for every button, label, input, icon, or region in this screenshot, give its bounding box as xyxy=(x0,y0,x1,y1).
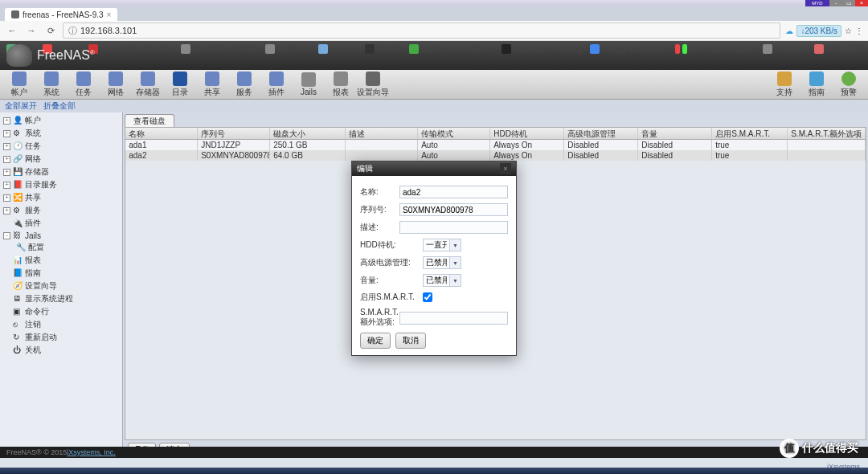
tree-logout[interactable]: ⎋注销 xyxy=(0,318,122,331)
tree-storage[interactable]: +💾存储器 xyxy=(0,165,122,178)
tree-network[interactable]: +🔗网络 xyxy=(0,153,122,165)
tool-sharing[interactable]: 共享 xyxy=(196,72,228,98)
tool-system[interactable]: 系统 xyxy=(35,72,68,98)
expand-icon[interactable]: + xyxy=(3,143,10,150)
collapse-icon[interactable]: - xyxy=(3,232,10,239)
tree-account[interactable]: +👤帐户 xyxy=(0,114,122,127)
tool-wizard[interactable]: 设置向导 xyxy=(357,72,389,98)
bookmark-item[interactable]: WikiDevi xyxy=(763,44,806,54)
window-minimize[interactable]: - xyxy=(829,0,842,6)
col-acoustic[interactable]: 音量 xyxy=(638,128,712,139)
ok-button[interactable]: 确定 xyxy=(360,333,391,349)
back-button[interactable]: ← xyxy=(5,23,19,38)
tab-close-icon[interactable]: × xyxy=(107,10,112,19)
tree-system[interactable]: +⚙系统 xyxy=(0,127,122,140)
browser-tab[interactable]: freenas - FreeNAS-9.3 × xyxy=(5,8,117,21)
tool-support[interactable]: 支持 xyxy=(768,72,800,98)
tree-dirservice[interactable]: +📕目录服务 xyxy=(0,178,122,191)
checkbox-smart[interactable] xyxy=(423,292,432,302)
expand-icon[interactable]: + xyxy=(3,182,10,189)
bookmark-item[interactable]: 数字化平台手机版 xyxy=(181,43,257,55)
tree-report[interactable]: 📊报表 xyxy=(0,254,122,267)
os-taskbar[interactable] xyxy=(0,468,868,474)
tool-guide[interactable]: 指南 xyxy=(800,72,833,98)
table-row[interactable]: ada2S0XMNYAD80097864.0 GBAutoAlways OnDi… xyxy=(125,150,866,161)
expand-icon[interactable]: + xyxy=(3,156,10,163)
expand-icon[interactable]: + xyxy=(3,194,10,202)
collapse-all-link[interactable]: 折叠全部 xyxy=(43,100,76,112)
bookmark-item[interactable]: C#技术 xyxy=(318,43,357,55)
window-maximize[interactable]: ▭ xyxy=(842,0,855,6)
table-row[interactable]: ada1JND1JZZP250.1 GBAutoAlways OnDisable… xyxy=(125,140,866,150)
tool-jails[interactable]: Jails xyxy=(293,72,325,96)
bookmark-item[interactable]: 全国大学生英语四六 xyxy=(409,43,493,55)
tool-directory[interactable]: 目录 xyxy=(164,72,196,98)
address-bar: ← → ⟳ ⓘ 192.168.3.101 ☁ ↓203 KB/s ☆ ⋮ xyxy=(0,21,868,41)
tab-view-disks[interactable]: 查看磁盘 xyxy=(125,114,174,127)
window-close[interactable]: × xyxy=(855,0,868,6)
reload-button[interactable]: ⟳ xyxy=(43,23,58,38)
bookmark-item[interactable]: Google Code Arch xyxy=(590,44,668,54)
tool-services[interactable]: 服务 xyxy=(228,72,260,98)
tree-reboot[interactable]: ↻重新启动 xyxy=(0,331,122,344)
input-serial[interactable] xyxy=(399,203,508,216)
chevron-down-icon[interactable]: ▼ xyxy=(450,274,461,287)
chart-icon: 📊 xyxy=(13,255,23,265)
input-name[interactable] xyxy=(399,186,508,198)
expand-icon[interactable]: + xyxy=(3,169,10,176)
tool-tasks[interactable]: 任务 xyxy=(68,72,100,98)
tree-jails-config[interactable]: 🔧配置 xyxy=(0,241,122,254)
tool-account[interactable]: 帐户 xyxy=(3,72,35,98)
tree-processes[interactable]: 🖥显示系统进程 xyxy=(0,292,122,305)
col-desc[interactable]: 描述 xyxy=(346,128,418,139)
dialog-titlebar[interactable]: 编辑 × xyxy=(352,161,516,176)
expand-all-link[interactable]: 全部展开 xyxy=(5,100,37,112)
tree-tasks[interactable]: +🕐任务 xyxy=(0,140,122,153)
col-smart[interactable]: 启用S.M.A.R.T. xyxy=(712,128,788,139)
tree-sharing[interactable]: +🔀共享 xyxy=(0,191,122,204)
dialog-close-button[interactable]: × xyxy=(500,163,511,174)
star-icon[interactable]: ☆ xyxy=(845,27,852,35)
col-name[interactable]: 名称 xyxy=(125,128,198,139)
chevron-down-icon[interactable]: ▼ xyxy=(450,239,461,251)
expand-icon[interactable]: + xyxy=(3,130,10,137)
tool-storage[interactable]: 存储器 xyxy=(132,72,164,98)
url-input[interactable]: ⓘ 192.168.3.101 xyxy=(63,22,780,39)
expand-icon[interactable]: + xyxy=(3,207,10,215)
menu-icon[interactable]: ⋮ xyxy=(855,27,863,35)
col-serial[interactable]: 序列号 xyxy=(198,128,270,139)
cloud-icon[interactable]: ☁ xyxy=(785,27,793,35)
bookmark-item[interactable]: 愛您啦BT下载 xyxy=(814,43,868,55)
bookmark-item[interactable]: NAS技术 xyxy=(265,43,310,55)
forward-button[interactable]: → xyxy=(24,23,39,38)
col-smartopt[interactable]: S.M.A.R.T.额外选项 xyxy=(788,128,866,139)
input-desc[interactable] xyxy=(399,221,508,234)
bookmark-item[interactable]: Releases · moonlig xyxy=(502,44,582,54)
tool-report[interactable]: 报表 xyxy=(325,72,357,98)
input-smartopt[interactable] xyxy=(399,312,508,325)
chevron-down-icon[interactable]: ▼ xyxy=(450,256,461,269)
col-trans[interactable]: 传输模式 xyxy=(418,128,490,139)
col-hdd[interactable]: HDD待机 xyxy=(490,128,564,139)
tree-services[interactable]: +⚙服务 xyxy=(0,204,122,217)
tool-plugins[interactable]: 插件 xyxy=(260,72,293,98)
col-size[interactable]: 磁盘大小 xyxy=(270,128,346,139)
select-hdd-standby[interactable]: ▼ xyxy=(423,239,461,251)
col-pwr[interactable]: 高级电源管理 xyxy=(564,128,638,139)
bookmark-item[interactable]: 南京大学仁爱学院软 xyxy=(88,43,173,55)
expand-icon[interactable]: + xyxy=(3,117,10,125)
tree-plugins[interactable]: 🔌插件 xyxy=(0,217,122,230)
tool-network[interactable]: 网络 xyxy=(100,72,132,98)
tree-shutdown[interactable]: ⏻关机 xyxy=(0,344,122,357)
select-power-mgmt[interactable]: ▼ xyxy=(423,256,461,269)
cancel-button[interactable]: 取消 xyxy=(395,333,426,349)
tree-guide[interactable]: 📘指南 xyxy=(0,267,122,280)
tree-shell[interactable]: ▣命令行 xyxy=(0,305,122,318)
bookmark-item[interactable]: Microsoft Virtual A xyxy=(675,44,754,54)
tree-wizard[interactable]: 🧭设置向导 xyxy=(0,280,122,292)
tool-alert[interactable]: 预警 xyxy=(833,72,865,98)
bookmark-item[interactable]: 黑苹果 xyxy=(365,43,401,55)
select-acoustic[interactable]: ▼ xyxy=(423,274,461,287)
ixsystems-link[interactable]: iXsystems, Inc. xyxy=(67,448,116,456)
tree-jails[interactable]: -⛓Jails xyxy=(0,230,122,241)
